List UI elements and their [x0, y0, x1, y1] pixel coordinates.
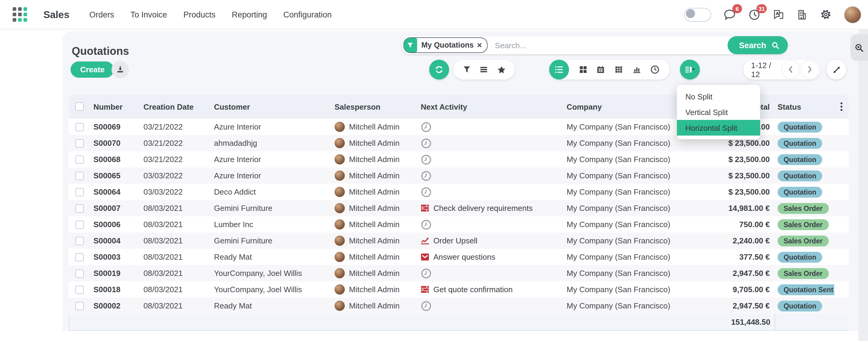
row-checkbox[interactable]: [75, 204, 84, 212]
row-checkbox[interactable]: [75, 139, 84, 147]
top-navbar: Sales Orders To Invoice Products Reporti…: [0, 0, 868, 30]
row-checkbox[interactable]: [75, 123, 84, 131]
grid-square: [24, 7, 27, 11]
cell-next-activity[interactable]: Get quote confirmation: [417, 285, 563, 294]
cell-next-activity[interactable]: [417, 268, 563, 279]
menu-reporting[interactable]: Reporting: [232, 10, 267, 19]
table-row[interactable]: S00064 03/03/2022 Deco Addict Mitchell A…: [69, 184, 849, 200]
messages-button[interactable]: 6: [723, 8, 736, 21]
filter-tag-my-quotations[interactable]: My Quotations ✕: [403, 37, 488, 53]
row-checkbox[interactable]: [75, 236, 84, 245]
view-activity-icon[interactable]: [651, 65, 660, 74]
view-list-button[interactable]: [549, 60, 569, 79]
expand-icon: [832, 65, 841, 74]
export-download-button[interactable]: [112, 61, 129, 78]
header-company[interactable]: Company: [563, 102, 689, 111]
view-kanban-icon[interactable]: [579, 66, 587, 73]
cell-next-activity[interactable]: [417, 138, 563, 148]
view-graph-icon[interactable]: [632, 66, 641, 73]
table-row[interactable]: S00019 08/03/2021 YourCompany, Joel Will…: [69, 265, 849, 281]
vertical-scrollbar[interactable]: [858, 30, 868, 341]
table-row[interactable]: S00003 08/03/2021 Ready Mat Mitchell Adm…: [69, 249, 849, 265]
cell-creation-date: 08/03/2021: [140, 236, 210, 245]
cell-next-activity[interactable]: [417, 186, 563, 197]
cell-salesperson: Mitchell Admin: [331, 236, 417, 246]
zoom-in-tab-button[interactable]: [850, 34, 868, 61]
row-checkbox[interactable]: [75, 253, 84, 261]
search-bar[interactable]: My Quotations ✕ Search... Search: [401, 36, 788, 54]
menu-to-invoice[interactable]: To Invoice: [130, 10, 167, 19]
menu-item-no-split[interactable]: No Split: [677, 89, 760, 104]
pager-next-button[interactable]: [801, 60, 819, 79]
translate-button[interactable]: A: [773, 9, 784, 20]
split-view-button[interactable]: [680, 60, 700, 79]
app-name-sales[interactable]: Sales: [43, 9, 69, 20]
favorites-icon[interactable]: [497, 65, 505, 74]
row-checkbox[interactable]: [75, 155, 84, 164]
salesperson-avatar: [335, 122, 345, 132]
view-pivot-icon[interactable]: [615, 66, 623, 73]
select-all-checkbox[interactable]: [75, 102, 84, 111]
menu-item-vertical-split[interactable]: Vertical Split: [677, 104, 760, 120]
create-button[interactable]: Create: [70, 62, 114, 78]
activities-button[interactable]: 31: [748, 8, 761, 21]
search-placeholder[interactable]: Search...: [495, 41, 526, 50]
row-checkbox[interactable]: [75, 220, 84, 229]
menu-item-horizontal-split[interactable]: Horizontal Split: [677, 120, 760, 136]
salesperson-name: Mitchell Admin: [349, 187, 400, 196]
menu-products[interactable]: Products: [183, 10, 216, 19]
cell-status: Quotation: [774, 122, 834, 132]
cell-next-activity[interactable]: [417, 154, 563, 165]
view-calendar-icon[interactable]: [597, 66, 605, 73]
row-checkbox[interactable]: [75, 269, 84, 277]
group-by-icon[interactable]: [480, 66, 488, 73]
grid-square: [18, 18, 22, 22]
cell-next-activity[interactable]: Answer questions: [417, 252, 563, 262]
cell-number: S00002: [90, 301, 140, 310]
row-checkbox-cell: [69, 285, 90, 294]
header-salesperson[interactable]: Salesperson: [331, 102, 417, 111]
row-checkbox[interactable]: [75, 188, 84, 196]
header-status[interactable]: Status: [774, 102, 834, 111]
table-row[interactable]: S00007 08/03/2021 Gemini Furniture Mitch…: [69, 200, 849, 216]
cell-salesperson: Mitchell Admin: [331, 284, 417, 295]
header-next-activity[interactable]: Next Activity: [417, 102, 563, 111]
header-customer[interactable]: Customer: [210, 102, 331, 111]
menu-configuration[interactable]: Configuration: [283, 10, 332, 19]
cell-total: $ 23,500.00: [689, 187, 774, 196]
expand-button[interactable]: [827, 60, 846, 79]
row-checkbox[interactable]: [75, 171, 84, 180]
header-creation-date[interactable]: Creation Date: [140, 102, 210, 111]
status-badge: Quotation: [778, 300, 823, 311]
cell-next-activity[interactable]: [417, 219, 563, 230]
cell-next-activity[interactable]: [417, 170, 563, 181]
topbar-toggle-switch[interactable]: [684, 7, 711, 22]
row-checkbox[interactable]: [75, 302, 84, 310]
table-row[interactable]: S00002 08/03/2021 Ready Mat Mitchell Adm…: [69, 298, 849, 314]
table-row[interactable]: S00065 03/03/2022 Azure Interior Mitchel…: [69, 168, 849, 184]
cell-next-activity[interactable]: Order Upsell: [417, 236, 563, 245]
table-row[interactable]: S00006 08/03/2021 Lumber Inc Mitchell Ad…: [69, 216, 849, 233]
cell-next-activity[interactable]: [417, 122, 563, 132]
table-row[interactable]: S00068 03/21/2022 Azure Interior Mitchel…: [69, 151, 849, 168]
user-avatar[interactable]: [844, 6, 861, 23]
company-switcher-button[interactable]: [796, 9, 808, 20]
filter-icon[interactable]: [463, 66, 470, 73]
header-number[interactable]: Number: [90, 102, 140, 111]
row-checkbox[interactable]: [75, 285, 84, 294]
refresh-button[interactable]: [429, 60, 449, 79]
optional-columns-button[interactable]: [834, 102, 849, 111]
pager: 1-12 / 12: [743, 60, 820, 79]
search-button[interactable]: Search: [727, 36, 788, 54]
filter-tag-remove-icon[interactable]: ✕: [477, 41, 487, 49]
apps-menu-icon[interactable]: [13, 7, 27, 22]
page-title: Quotations: [72, 45, 129, 58]
menu-orders[interactable]: Orders: [89, 10, 114, 19]
cell-creation-date: 03/21/2022: [140, 122, 210, 131]
pager-previous-button[interactable]: [781, 60, 800, 79]
settings-button[interactable]: [820, 8, 832, 21]
table-row[interactable]: S00004 08/03/2021 Gemini Furniture Mitch…: [69, 233, 849, 249]
cell-next-activity[interactable]: [417, 300, 563, 311]
cell-next-activity[interactable]: Check delivery requirements: [417, 204, 563, 213]
table-row[interactable]: S00018 08/03/2021 YourCompany, Joel Will…: [69, 281, 849, 298]
